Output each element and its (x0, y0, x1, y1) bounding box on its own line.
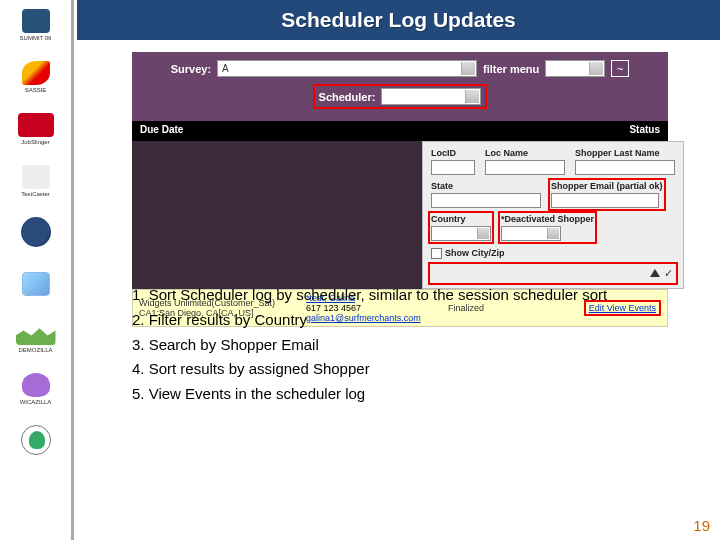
state-label: State (431, 181, 541, 191)
scheduler-label: Scheduler: (319, 91, 376, 103)
lastname-input[interactable] (575, 160, 675, 175)
filter-left-dark (132, 141, 422, 289)
deact-highlight: *Deactivated Shopper (501, 214, 594, 241)
filter-menu-label: filter menu (483, 63, 539, 75)
sort-asc-icon[interactable] (650, 269, 660, 277)
survey-label: Survey: (171, 63, 211, 75)
locid-label: LocID (431, 148, 475, 158)
survey-select[interactable]: A (217, 60, 477, 77)
col-mid (252, 121, 402, 141)
logo-sassie: SASSIE (3, 56, 68, 98)
bullet-2: 2. Filter results by Country (132, 311, 672, 330)
bullet-4: 4. Sort results by assigned Shopper (132, 360, 672, 379)
logo-wicazilla: WICAZILLA (3, 368, 68, 410)
country-highlight: Country (431, 214, 491, 241)
page-title: Scheduler Log Updates (281, 8, 516, 32)
email-highlight: Shopper Email (partial ok) (551, 181, 663, 208)
results-header: Due Date Status (132, 121, 668, 141)
deact-select[interactable] (501, 226, 561, 241)
filter-panel: LocID Loc Name Shopper Last Name State S… (132, 141, 668, 289)
logo-demozilla: DEMOZILLA (3, 316, 68, 358)
page-number: 19 (693, 517, 710, 534)
logo-jobslinger: JobSlinger (3, 108, 68, 150)
country-label: Country (431, 214, 491, 224)
scheduler-highlight: Scheduler: (313, 84, 488, 109)
locname-label: Loc Name (485, 148, 565, 158)
bullet-3: 3. Search by Shopper Email (132, 336, 672, 355)
scheduler-select[interactable] (381, 88, 481, 105)
logo-athena (3, 420, 68, 462)
logo-globe (3, 212, 68, 254)
sort-check-icon: ✓ (664, 267, 673, 280)
filter-right: LocID Loc Name Shopper Last Name State S… (422, 141, 684, 289)
title-bar: Scheduler Log Updates (77, 0, 720, 40)
apply-button[interactable]: ~ (611, 60, 629, 77)
logo-surfmerchants: SUMMIT 09 (3, 4, 68, 46)
locname-input[interactable] (485, 160, 565, 175)
locid-input[interactable] (431, 160, 475, 175)
bullet-1: 1. Sort Scheduler log by scheduler, simi… (132, 286, 672, 305)
col-status: Status (402, 121, 668, 141)
lastname-label: Shopper Last Name (575, 148, 675, 158)
survey-bar: Survey: A filter menu ~ Scheduler: (132, 52, 668, 121)
bullet-5: 5. View Events in the scheduler log (132, 385, 672, 404)
showcityzip-checkbox[interactable] (431, 248, 442, 259)
col-due-date: Due Date (132, 121, 252, 141)
logo-testcaster: TestCaster (3, 160, 68, 202)
logo-cube (3, 264, 68, 306)
sidebar: SUMMIT 09 SASSIE JobSlinger TestCaster D… (0, 0, 74, 540)
country-select[interactable] (431, 226, 491, 241)
deact-label: *Deactivated Shopper (501, 214, 594, 224)
email-input[interactable] (551, 193, 659, 208)
showcityzip-label: Show City/Zip (445, 248, 505, 258)
filter-menu-select[interactable] (545, 60, 605, 77)
bullet-list: 1. Sort Scheduler log by scheduler, simi… (132, 280, 672, 410)
email-label: Shopper Email (partial ok) (551, 181, 663, 191)
state-input[interactable] (431, 193, 541, 208)
